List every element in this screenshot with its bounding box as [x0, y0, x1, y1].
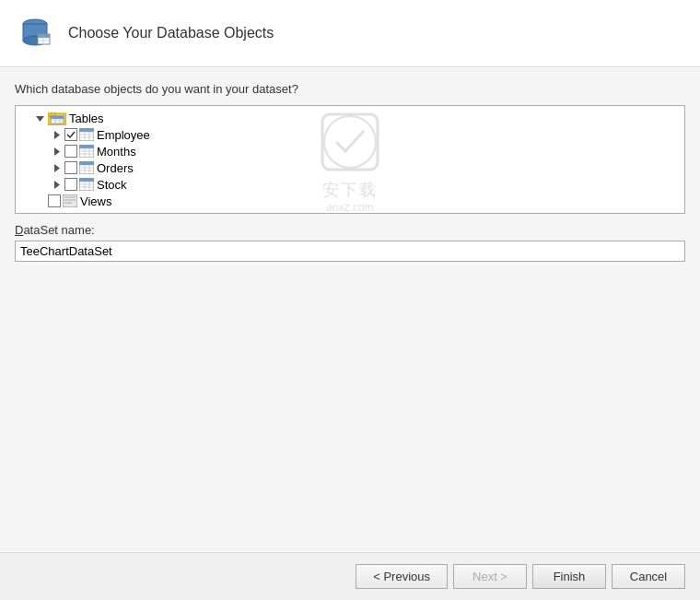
svg-rect-35 — [79, 161, 94, 165]
tree-node-employee[interactable]: Employee — [16, 126, 684, 143]
node-label-views: Views — [80, 194, 111, 208]
dataset-section: DataSet name: — [15, 223, 685, 262]
svg-rect-4 — [38, 34, 50, 38]
svg-marker-8 — [36, 116, 44, 122]
content-area: Which database objects do you want in yo… — [0, 67, 700, 552]
next-button[interactable]: Next > — [453, 564, 527, 589]
tree-node-tables[interactable]: Tables — [16, 110, 684, 126]
node-icon-stock — [79, 178, 94, 191]
svg-marker-41 — [54, 181, 60, 189]
cancel-button[interactable]: Cancel — [612, 564, 685, 589]
node-icon-employee — [79, 128, 94, 141]
svg-rect-19 — [79, 128, 94, 132]
svg-rect-43 — [79, 178, 94, 182]
checkbox-stock[interactable] — [64, 178, 77, 191]
svg-marker-25 — [54, 147, 60, 156]
dialog-footer: < Previous Next > Finish Cancel — [0, 552, 700, 600]
checkbox-employee[interactable] — [64, 128, 77, 141]
expander-months[interactable] — [49, 144, 64, 159]
node-icon-months — [79, 145, 94, 158]
expander-views — [32, 194, 47, 208]
dialog-header: Choose Your Database Objects — [0, 0, 700, 67]
checkbox-months[interactable] — [64, 145, 77, 158]
database-icon — [15, 13, 55, 53]
svg-marker-33 — [54, 164, 60, 172]
node-label-stock: Stock — [97, 178, 127, 192]
tree-node-views[interactable]: Views — [16, 193, 684, 209]
checkbox-views[interactable] — [48, 194, 61, 207]
tree-node-orders[interactable]: Orders — [16, 159, 684, 176]
dialog-title: Choose Your Database Objects — [68, 25, 274, 41]
expander-stock[interactable] — [49, 177, 64, 192]
node-icon-orders — [79, 161, 94, 174]
expander-orders[interactable] — [49, 160, 64, 175]
tree-node-months[interactable]: Months — [16, 143, 684, 159]
database-tree[interactable]: Tables Employee Months Orders — [15, 105, 685, 214]
node-icon-views — [63, 194, 77, 207]
node-icon-tables — [48, 111, 66, 125]
dataset-label: DataSet name: — [15, 223, 685, 237]
node-label-months: Months — [97, 145, 136, 159]
finish-button[interactable]: Finish — [532, 564, 606, 589]
expander-tables[interactable] — [32, 111, 47, 125]
node-label-orders: Orders — [97, 161, 134, 175]
question-label: Which database objects do you want in yo… — [15, 82, 685, 96]
expander-employee[interactable] — [49, 127, 64, 142]
svg-rect-10 — [48, 113, 55, 116]
dataset-name-input[interactable] — [15, 241, 685, 262]
tree-node-stock[interactable]: Stock — [16, 176, 684, 193]
svg-rect-27 — [79, 145, 94, 148]
svg-rect-49 — [63, 194, 77, 207]
svg-rect-12 — [51, 116, 64, 119]
node-label-tables: Tables — [69, 112, 104, 125]
checkbox-orders[interactable] — [64, 161, 77, 174]
previous-button[interactable]: < Previous — [356, 564, 448, 589]
svg-marker-17 — [54, 131, 60, 139]
tree-container: Tables Employee Months Orders — [15, 105, 685, 214]
node-label-employee: Employee — [97, 128, 150, 142]
